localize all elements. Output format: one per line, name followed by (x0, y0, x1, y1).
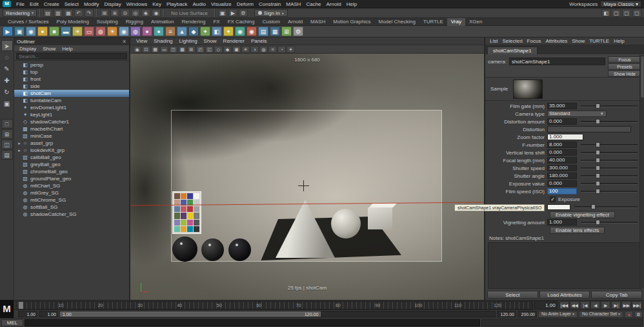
attribute-editor-button[interactable]: Presets (608, 63, 641, 70)
outliner-item[interactable]: ◧ front (14, 76, 129, 83)
shelf-tab[interactable]: XGen (465, 18, 486, 26)
scrollbar[interactable] (639, 55, 644, 288)
attribute-slider[interactable] (581, 149, 639, 156)
attribute-value-field[interactable]: 0.000 (547, 149, 577, 156)
outliner-item[interactable]: ◧ top (14, 69, 129, 76)
menu-item[interactable]: Arnold (324, 1, 344, 7)
shelf-tab[interactable]: Sculpting (93, 18, 122, 26)
menu-item[interactable]: Display (102, 1, 124, 7)
camera-name-field[interactable] (509, 58, 605, 65)
viewport-menu-item[interactable]: View (134, 38, 150, 44)
outliner-item[interactable]: ▸ ○ asset_grp (14, 140, 129, 147)
scale-tool[interactable]: ▣ (1, 98, 13, 109)
snap-curves-icon[interactable]: ≋ (110, 9, 119, 17)
outliner-item[interactable]: ◍ mtlGrey_SG (14, 189, 129, 196)
outliner-item[interactable]: ▩ macbethChart (14, 125, 129, 132)
node-tab[interactable]: shotCamShape1 (487, 47, 538, 54)
dome-light-icon[interactable]: ☀ (72, 26, 83, 36)
layout-four-pane[interactable]: ⊞ (1, 129, 13, 139)
transport-button[interactable]: ▶▶ (621, 301, 631, 309)
attribute-slider[interactable] (581, 142, 639, 148)
menu-item[interactable]: Playback (164, 1, 190, 7)
slider-handle[interactable] (596, 220, 600, 225)
shelf-tab[interactable]: Rendering (177, 18, 209, 26)
character-set-dropdown[interactable]: No Character Set▾ (579, 311, 623, 318)
attribute-value-field[interactable]: 40.000 (547, 157, 577, 164)
slider-handle[interactable] (596, 189, 600, 194)
shelf-tab[interactable]: Curves / Surfaces (4, 18, 53, 26)
exposure-icon[interactable]: ◔ (277, 46, 286, 53)
clipper-icon[interactable]: ◧ (212, 26, 222, 36)
attribute-value-field[interactable]: 0.000 (547, 180, 577, 187)
attribute-value-field[interactable] (547, 126, 631, 132)
menu-item[interactable]: Modify (81, 1, 102, 7)
menu-item[interactable]: Deform (234, 1, 256, 7)
cube-primitive-icon[interactable]: ■ (49, 26, 59, 36)
ipr-render-icon[interactable]: ▶ (228, 9, 237, 17)
sphere-light-icon[interactable]: ◍ (96, 26, 106, 36)
shelf-tab[interactable]: MASH (307, 18, 329, 26)
outliner-item[interactable]: ◧ side (14, 83, 129, 90)
new-scene-icon[interactable]: ▤ (43, 9, 52, 17)
attribute-slider[interactable] (581, 180, 639, 187)
outliner-item[interactable]: ▧ chromeBall_geo (14, 168, 129, 175)
textured-icon[interactable]: ▣ (232, 46, 241, 53)
attribute-editor-menu-item[interactable]: Attributes (543, 38, 569, 44)
panel-toggle-right-icon[interactable]: ▢ (632, 9, 641, 17)
grid-icon[interactable]: ▦ (151, 46, 159, 53)
panel-toggle-center-icon[interactable]: ▢ (622, 9, 631, 17)
vray-render-icon[interactable]: ▶ (3, 26, 13, 36)
slider-handle[interactable] (596, 150, 600, 155)
transport-button[interactable]: |◀ (580, 301, 590, 309)
animation-preferences-icon[interactable]: ⚙ (634, 311, 643, 318)
time-slider[interactable]: 1102030405060708090100110120 (17, 301, 533, 310)
blend-material-icon[interactable]: ◍ (130, 26, 141, 36)
chrome-ball-mesh[interactable] (228, 238, 251, 261)
attribute-slider[interactable] (574, 204, 639, 210)
paint-select-tool[interactable]: ✎ (1, 63, 13, 74)
slider-handle[interactable] (596, 142, 600, 147)
viewport-menu-item[interactable]: Panels (248, 38, 269, 44)
snap-grid-icon[interactable]: ⊞ (100, 9, 109, 17)
outliner-item[interactable]: ✦ envDomeLight1 (14, 104, 129, 111)
attribute-editor-menu-item[interactable]: Selected (500, 38, 524, 44)
outliner-item[interactable]: ◧ shotCam (14, 90, 129, 97)
open-scene-icon[interactable]: ▥ (54, 9, 63, 17)
playback-end-field[interactable] (497, 311, 516, 317)
physical-camera-icon[interactable]: ◉ (235, 26, 245, 36)
slider-handle[interactable] (596, 103, 600, 109)
instancer-icon[interactable]: ⊞ (281, 26, 292, 36)
footer-button[interactable]: Select (487, 291, 538, 299)
menu-item[interactable]: Cache (303, 1, 323, 7)
outliner-item[interactable]: ◧ turntableCam (14, 97, 129, 104)
scrollbar-thumb[interactable] (641, 56, 644, 98)
rotate-tool[interactable]: ↻ (1, 87, 13, 98)
wireframe-icon[interactable]: ◇ (214, 46, 223, 53)
highlight-selection-icon[interactable]: ◧ (601, 9, 610, 17)
film-gate-icon[interactable]: ▭ (160, 46, 168, 53)
attribute-editor-menu-item[interactable]: List (488, 38, 499, 44)
shelf-tab[interactable]: Animation (147, 18, 178, 26)
car-paint-material-icon[interactable]: ● (142, 26, 152, 36)
scene-export-icon[interactable]: ▤ (258, 26, 268, 36)
field-chart-icon[interactable]: ⊞ (187, 46, 196, 53)
script-language-toggle[interactable]: MEL (1, 319, 23, 326)
attribute-editor-menu-item[interactable]: Help (612, 38, 626, 44)
snap-points-icon[interactable]: ⊙ (121, 9, 130, 17)
outliner-item[interactable]: ◍ softBall_SG (14, 204, 129, 211)
viewport-menu-item[interactable]: Show (201, 38, 219, 44)
rect-light-icon[interactable]: ▭ (84, 26, 94, 36)
attribute-value-field[interactable]: 35.000 (547, 103, 577, 109)
outliner-item[interactable]: ◍ shadowCatcher_SG (14, 211, 129, 218)
attribute-slider[interactable] (581, 157, 639, 164)
slider-handle[interactable] (596, 158, 600, 163)
outliner-item[interactable]: ▧ groundPlane_geo (14, 175, 129, 182)
plane-primitive-icon[interactable]: ▬ (61, 26, 71, 36)
layout-hypershade-persp[interactable]: ▤ (1, 150, 13, 160)
attribute-editor-button[interactable]: Focus (608, 56, 641, 63)
viewport-menu-item[interactable]: Renderer (221, 38, 247, 44)
outliner-item[interactable]: ◇ shadowCatcher1 (14, 118, 129, 125)
playback-start-field[interactable] (39, 311, 58, 317)
displacement-icon[interactable]: ▲ (177, 26, 187, 36)
safe-title-icon[interactable]: ◱ (205, 46, 214, 53)
